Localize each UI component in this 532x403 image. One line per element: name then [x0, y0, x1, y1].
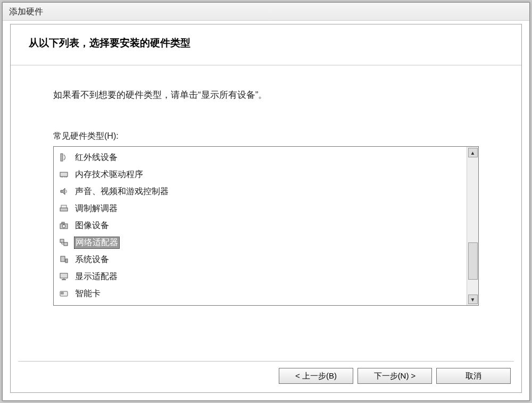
wizard-panel: 从以下列表，选择要安装的硬件类型 如果看不到想要的硬件类型，请单击“显示所有设备… — [10, 24, 522, 393]
list-item-label: 红外线设备 — [74, 152, 119, 163]
list-scrollbar[interactable]: ▲ ▼ — [467, 147, 478, 305]
svg-rect-13 — [64, 242, 68, 246]
smartcard-icon — [58, 288, 70, 299]
svg-rect-12 — [60, 239, 64, 242]
scroll-down-button[interactable]: ▼ — [468, 295, 478, 304]
list-item-label: 声音、视频和游戏控制器 — [74, 186, 170, 197]
hardware-type-listbox[interactable]: 红外线设备 内存技术驱动程序 声音、视频和游戏控制器 — [53, 146, 479, 306]
infrared-icon — [58, 152, 70, 163]
wizard-hint: 如果看不到想要的硬件类型，请单击“显示所有设备”。 — [53, 89, 479, 101]
display-icon — [58, 271, 70, 282]
add-hardware-window: 添加硬件 从以下列表，选择要安装的硬件类型 如果看不到想要的硬件类型，请单击“显… — [2, 2, 530, 401]
imaging-icon — [58, 220, 70, 231]
list-item-label: 图像设备 — [74, 220, 110, 231]
list-item-label: 系统设备 — [74, 254, 110, 265]
list-item[interactable]: 智能卡 — [55, 285, 466, 302]
svg-rect-7 — [60, 208, 68, 211]
hardware-list-label: 常见硬件类型(H): — [53, 131, 479, 142]
hardware-type-list: 红外线设备 内存技术驱动程序 声音、视频和游戏控制器 — [54, 147, 467, 305]
list-item-label: 调制解调器 — [74, 203, 119, 214]
modem-icon — [58, 203, 70, 214]
back-button[interactable]: < 上一步(B) — [279, 368, 353, 384]
network-icon — [58, 237, 70, 248]
list-item[interactable]: 图像设备 — [55, 217, 466, 234]
svg-rect-17 — [65, 259, 68, 263]
window-titlebar[interactable]: 添加硬件 — [3, 3, 529, 21]
list-item-label: 智能卡 — [74, 288, 102, 299]
svg-marker-6 — [61, 188, 65, 195]
list-item[interactable]: 声音、视频和游戏控制器 — [55, 183, 466, 200]
wizard-heading: 从以下列表，选择要安装的硬件类型 — [29, 37, 190, 48]
window-title: 添加硬件 — [9, 7, 43, 16]
button-separator — [18, 361, 514, 362]
list-item-label: 网络适配器 — [74, 237, 120, 249]
list-item[interactable]: 系统设备 — [55, 251, 466, 268]
list-item[interactable]: 红外线设备 — [55, 149, 466, 166]
list-item-label: 内存技术驱动程序 — [74, 169, 144, 180]
svg-rect-1 — [60, 172, 68, 177]
scrollbar-thumb[interactable] — [468, 242, 478, 280]
wizard-header: 从以下列表，选择要安装的硬件类型 — [11, 24, 521, 65]
wizard-content: 如果看不到想要的硬件类型，请单击“显示所有设备”。 常见硬件类型(H): 红外线… — [11, 65, 521, 306]
svg-rect-19 — [63, 278, 65, 279]
next-button[interactable]: 下一步(N) > — [358, 368, 432, 384]
svg-rect-8 — [61, 205, 66, 208]
svg-rect-18 — [60, 273, 68, 278]
scroll-up-button[interactable]: ▲ — [468, 148, 478, 157]
svg-rect-0 — [61, 154, 63, 161]
svg-rect-11 — [62, 222, 64, 224]
memory-icon — [58, 169, 70, 180]
sound-icon — [58, 186, 70, 197]
list-item[interactable]: 显示适配器 — [55, 268, 466, 285]
svg-rect-16 — [61, 256, 65, 262]
svg-rect-22 — [61, 292, 63, 294]
list-item-label: 显示适配器 — [74, 271, 119, 282]
list-item[interactable]: 内存技术驱动程序 — [55, 166, 466, 183]
system-icon — [58, 254, 70, 265]
cancel-button[interactable]: 取消 — [436, 368, 511, 384]
list-item[interactable]: 调制解调器 — [55, 200, 466, 217]
list-item[interactable]: 网络适配器 — [55, 234, 466, 251]
wizard-button-row: < 上一步(B) 下一步(N) > 取消 — [279, 368, 511, 384]
svg-point-10 — [62, 225, 65, 228]
